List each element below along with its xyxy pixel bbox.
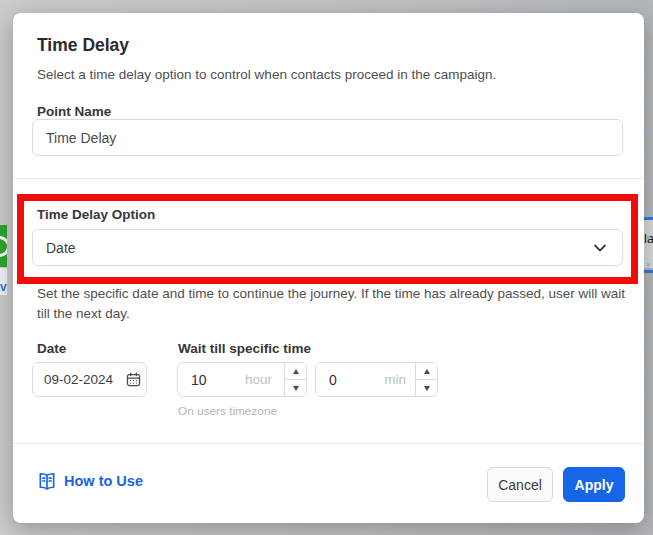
canvas-dot [647,425,650,428]
section-divider [13,178,644,179]
node-ring-icon [0,236,7,257]
calendar-icon[interactable] [122,369,144,391]
delay-option-label: Time Delay Option [37,207,155,222]
canvas-dot [647,452,650,455]
canvas-dot [647,47,650,50]
arrow-up-icon [293,369,299,374]
app-background: la v Time Delay Select a time delay opti… [0,0,653,535]
how-to-use-label: How to Use [64,473,143,489]
canvas-dot [647,128,650,131]
minute-spinner [415,363,437,396]
background-blue-line [644,217,653,220]
date-input-group [32,362,147,397]
book-icon [37,471,57,491]
canvas-dot [647,74,650,77]
hour-decrement-button[interactable] [285,380,306,396]
date-input[interactable] [33,372,122,387]
canvas-dot [647,506,650,509]
time-delay-modal: Time Delay Select a time delay option to… [13,13,644,523]
minute-decrement-button[interactable] [416,380,437,396]
minute-input[interactable] [316,363,387,396]
flow-node-fragment-green [0,225,7,267]
minute-input-group: min [315,362,438,397]
canvas-dot [647,398,650,401]
delay-option-value: Date [33,240,592,256]
canvas-dot [647,344,650,347]
arrow-down-icon [293,386,299,391]
canvas-dot [647,209,650,212]
wait-time-label: Wait till specific time [178,341,311,356]
point-name-label: Point Name [37,104,111,119]
date-label: Date [37,341,66,356]
canvas-dot [647,182,650,185]
hour-unit-label: hour [245,372,272,387]
arrow-up-icon [424,369,430,374]
apply-button[interactable]: Apply [563,467,625,502]
canvas-dot [647,263,650,266]
modal-title: Time Delay [37,35,129,56]
minute-increment-button[interactable] [416,363,437,380]
canvas-dot [647,101,650,104]
canvas-dot [647,155,650,158]
canvas-dot [647,236,650,239]
hour-input[interactable] [178,363,249,396]
option-description: Set the specific date and time to contin… [37,284,629,323]
hour-spinner [284,363,306,396]
hour-increment-button[interactable] [285,363,306,380]
canvas-dot [647,371,650,374]
how-to-use-link[interactable]: How to Use [37,471,143,491]
background-clipped-text: la [644,231,653,247]
canvas-dot [647,20,650,23]
arrow-down-icon [424,386,430,391]
cancel-button[interactable]: Cancel [487,467,553,502]
chevron-down-icon [592,240,608,256]
canvas-edge-strip: la [644,0,653,535]
modal-subtitle: Select a time delay option to control wh… [37,67,496,82]
footer-divider [13,443,644,444]
minute-unit-label: min [384,372,406,387]
canvas-dot [647,317,650,320]
flow-node-fragment-label: v [0,268,7,295]
canvas-dot [647,290,650,293]
delay-option-select[interactable]: Date [32,229,623,266]
point-name-input[interactable] [32,119,623,156]
canvas-dot [647,479,650,482]
hour-input-group: hour [177,362,307,397]
background-blue-line [644,270,653,273]
timezone-helper-text: On users timezone [178,404,277,418]
